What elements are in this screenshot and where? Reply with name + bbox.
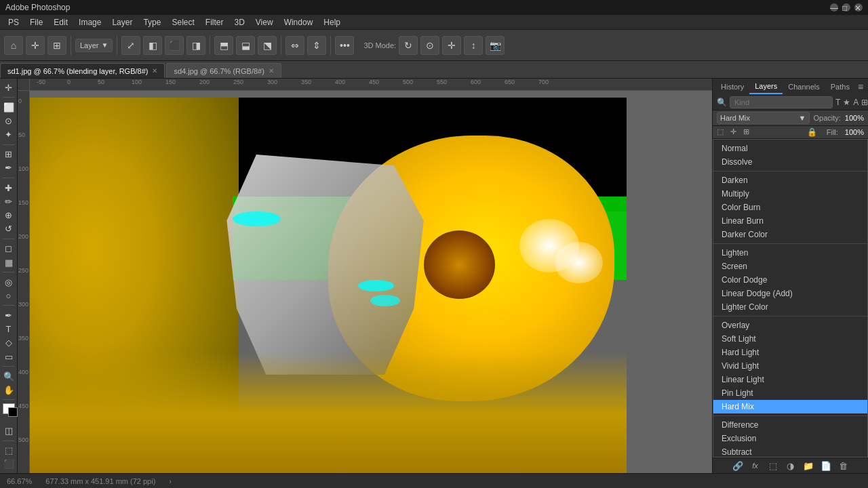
layer-dropdown[interactable]: Layer ▼ <box>75 39 113 52</box>
tab-sd4-close[interactable]: ✕ <box>269 67 274 75</box>
blend-item-color-burn[interactable]: Color Burn <box>713 201 867 214</box>
hand-tool[interactable]: ✋ <box>1 384 16 396</box>
orbit-3d[interactable]: ⊙ <box>420 36 439 55</box>
panel-tab-history[interactable]: History <box>715 80 749 94</box>
crop-tool[interactable]: ⊞ <box>1 148 16 161</box>
menu-view[interactable]: View <box>250 15 279 30</box>
eraser-tool[interactable]: ◻ <box>1 243 16 255</box>
tab-sd1-close[interactable]: ✕ <box>152 67 157 75</box>
align-right[interactable]: ◨ <box>186 36 205 55</box>
blend-item-soft-light[interactable]: Soft Light <box>713 332 867 346</box>
blend-item-lighter-color[interactable]: Lighter Color <box>713 300 867 314</box>
quick-mask[interactable]: ⬚ <box>1 445 16 457</box>
menu-image[interactable]: Image <box>73 15 106 30</box>
blend-item-multiply[interactable]: Multiply <box>713 187 867 201</box>
home-button[interactable]: ⌂ <box>4 36 23 55</box>
stamp-tool[interactable]: ⊕ <box>1 209 16 221</box>
menu-filter[interactable]: Filter <box>200 15 229 30</box>
blend-item-pin-light[interactable]: Pin Light <box>713 386 867 400</box>
menu-file[interactable]: File <box>24 15 48 30</box>
blend-item-color-dodge[interactable]: Color Dodge <box>713 273 867 287</box>
default-colors[interactable]: ◫ <box>1 425 16 437</box>
move-tool[interactable]: ✛ <box>26 36 45 55</box>
eyedrop-tool[interactable]: ✒ <box>1 162 16 174</box>
zoom-tool[interactable]: 🔍 <box>1 370 16 382</box>
blend-item-darken[interactable]: Darken <box>713 174 867 187</box>
blend-item-normal[interactable]: Normal <box>713 142 867 155</box>
fill-value[interactable]: 100% <box>845 128 864 136</box>
group-layers-icon[interactable]: 📁 <box>802 460 814 472</box>
panel-tab-paths[interactable]: Paths <box>825 80 855 94</box>
menu-ps[interactable]: PS <box>3 15 24 30</box>
blend-item-linear-dodge[interactable]: Linear Dodge (Add) <box>713 287 867 300</box>
shape-tool[interactable]: ▭ <box>1 350 16 363</box>
blend-item-linear-light[interactable]: Linear Light <box>713 373 867 386</box>
layer-filter-2[interactable]: A <box>853 96 859 108</box>
menu-select[interactable]: Select <box>166 15 199 30</box>
menu-type[interactable]: Type <box>138 15 166 30</box>
pen-tool[interactable]: ✒ <box>1 309 16 321</box>
lock-move-icon[interactable]: ✛ <box>730 127 736 136</box>
menu-edit[interactable]: Edit <box>48 15 73 30</box>
marquee-tool[interactable]: ⬜ <box>1 101 16 113</box>
delete-layer-icon[interactable]: 🗑 <box>837 460 850 472</box>
blend-item-darker-color[interactable]: Darker Color <box>713 228 867 241</box>
path-tool[interactable]: ◇ <box>1 337 16 349</box>
adjustment-icon[interactable]: ◑ <box>785 460 797 472</box>
blend-item-subtract[interactable]: Subtract <box>713 445 867 458</box>
artboard-tool[interactable]: ⊞ <box>47 36 66 55</box>
history-brush[interactable]: ↺ <box>1 223 16 235</box>
blend-dropdown-menu[interactable]: Normal Dissolve Darken Multiply Color Bu… <box>713 139 868 458</box>
menu-3d[interactable]: 3D <box>229 15 250 30</box>
blend-item-dissolve[interactable]: Dissolve <box>713 155 867 169</box>
fx-button[interactable]: fx <box>749 460 762 472</box>
camera-3d[interactable]: 📷 <box>486 36 505 55</box>
menu-help[interactable]: Help <box>318 15 346 30</box>
text-tool[interactable]: T <box>1 323 16 335</box>
blend-item-hard-mix[interactable]: Hard Mix <box>713 400 867 413</box>
brush-tool[interactable]: ✏ <box>1 195 16 207</box>
blur-tool[interactable]: ◎ <box>1 276 16 288</box>
blend-item-vivid-light[interactable]: Vivid Light <box>713 359 867 373</box>
panel-tab-channels[interactable]: Channels <box>783 80 825 94</box>
menu-layer[interactable]: Layer <box>106 15 138 30</box>
heal-tool[interactable]: ✚ <box>1 182 16 194</box>
tab-sd1[interactable]: sd1.jpg @ 66.7% (blending layer, RGB/8#)… <box>0 63 165 78</box>
blend-item-overlay[interactable]: Overlay <box>713 319 867 332</box>
move-tool-left[interactable]: ✛ <box>1 81 16 94</box>
layer-filter-1[interactable]: ★ <box>843 96 850 108</box>
lasso-tool[interactable]: ⊙ <box>1 115 16 127</box>
blend-item-difference[interactable]: Difference <box>713 418 867 432</box>
rotate-3d[interactable]: ↻ <box>399 36 418 55</box>
blend-item-hard-light[interactable]: Hard Light <box>713 346 867 359</box>
menu-window[interactable]: Window <box>279 15 319 30</box>
pan-3d[interactable]: ✛ <box>442 36 461 55</box>
layer-search-input[interactable] <box>730 96 833 108</box>
distribute-v[interactable]: ⇕ <box>307 36 326 55</box>
blend-item-screen[interactable]: Screen <box>713 260 867 273</box>
foreground-color[interactable] <box>3 403 15 413</box>
blend-mode-dropdown[interactable]: Hard Mix ▼ <box>717 112 810 124</box>
new-layer-icon[interactable]: 📄 <box>820 460 832 472</box>
link-layers-icon[interactable]: 🔗 <box>732 460 744 472</box>
lock-all-icon[interactable]: 🔒 <box>807 127 817 137</box>
align-center-h[interactable]: ⬛ <box>165 36 184 55</box>
blend-item-exclusion[interactable]: Exclusion <box>713 432 867 445</box>
align-bottom[interactable]: ⬔ <box>258 36 277 55</box>
dodge-tool[interactable]: ○ <box>1 289 16 302</box>
layer-type-icon[interactable]: T <box>835 96 840 108</box>
blend-item-linear-burn[interactable]: Linear Burn <box>713 214 867 228</box>
maximize-button[interactable]: □ <box>842 3 850 12</box>
gradient-tool[interactable]: ▦ <box>1 256 16 268</box>
transform-tool[interactable]: ⤢ <box>121 36 140 55</box>
lock-artboard-icon[interactable]: ⊞ <box>743 127 749 136</box>
opacity-value[interactable]: 100% <box>845 114 864 122</box>
more-options[interactable]: ••• <box>335 36 354 55</box>
wand-tool[interactable]: ✦ <box>1 129 16 141</box>
align-top[interactable]: ⬒ <box>214 36 233 55</box>
panel-menu-icon[interactable]: ≡ <box>855 81 866 92</box>
minimize-button[interactable]: — <box>830 3 838 12</box>
blend-item-lighten[interactable]: Lighten <box>713 246 867 260</box>
slide-3d[interactable]: ↕ <box>464 36 483 55</box>
add-mask-icon[interactable]: ⬚ <box>767 460 779 472</box>
